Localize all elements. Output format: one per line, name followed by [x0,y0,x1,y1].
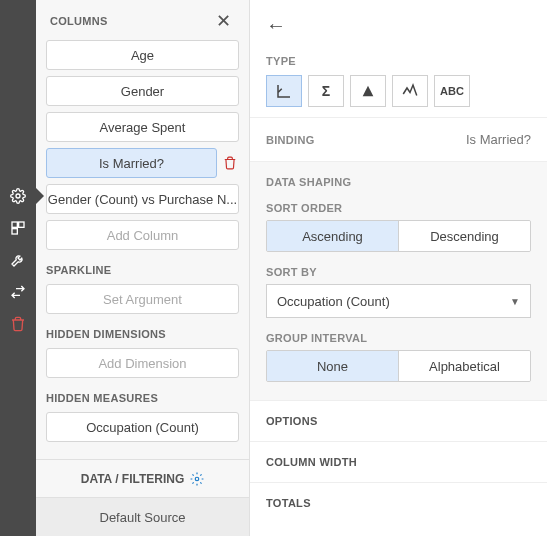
sparkline-title: SPARKLINE [46,264,239,276]
set-argument-button[interactable]: Set Argument [46,284,239,314]
column-item[interactable]: Average Spent [46,112,239,142]
sort-descending-button[interactable]: Descending [398,221,530,251]
data-shaping-title: DATA SHAPING [266,176,531,188]
column-item[interactable]: Gender [46,76,239,106]
delta-icon [360,83,376,99]
sort-by-select[interactable]: Occupation (Count) ▼ [266,284,531,318]
wrench-icon [10,252,26,268]
trash-icon [10,316,26,332]
type-delta-button[interactable] [350,75,386,107]
toolbar-layout[interactable] [0,212,36,244]
svg-point-0 [16,194,20,198]
svg-point-4 [196,477,200,481]
group-none-button[interactable]: None [267,351,398,381]
layout-icon [10,220,26,236]
detail-panel: ← TYPE Σ ABC BINDING Is Married? [250,0,547,536]
accordion-options[interactable]: OPTIONS [250,400,547,441]
close-icon[interactable]: ✕ [212,10,235,32]
left-toolbar [0,0,36,536]
hidden-measures-title: HIDDEN MEASURES [46,392,239,404]
sort-by-label: SORT BY [266,266,531,278]
svg-rect-1 [12,222,17,227]
binding-value: Is Married? [466,132,531,147]
sort-order-toggle: Ascending Descending [266,220,531,252]
gear-icon [10,188,26,204]
type-dimension-button[interactable] [266,75,302,107]
accordion-column-width[interactable]: COLUMN WIDTH [250,441,547,482]
toolbar-wrench[interactable] [0,244,36,276]
sort-ascending-button[interactable]: Ascending [267,221,398,251]
sigma-icon: Σ [322,83,330,99]
group-interval-toggle: None Alphabetical [266,350,531,382]
default-source[interactable]: Default Source [36,498,249,536]
group-alphabetical-button[interactable]: Alphabetical [398,351,530,381]
hidden-dimensions-title: HIDDEN DIMENSIONS [46,328,239,340]
swap-icon [10,284,26,300]
column-item[interactable]: Gender (Count) vs Purchase N... [46,184,239,214]
data-filtering-label: DATA / FILTERING [81,472,185,486]
binding-row[interactable]: BINDING Is Married? [250,117,547,162]
column-item[interactable]: Age [46,40,239,70]
sort-by-value: Occupation (Count) [277,294,390,309]
toolbar-trash[interactable] [0,308,36,340]
hidden-measure-item[interactable]: Occupation (Count) [46,412,239,442]
add-dimension-button[interactable]: Add Dimension [46,348,239,378]
column-item-selected[interactable]: Is Married? [46,148,217,178]
data-filtering-button[interactable]: DATA / FILTERING [36,460,249,498]
spark-icon [401,82,419,100]
add-column-button[interactable]: Add Column [46,220,239,250]
type-label: TYPE [266,55,531,67]
svg-rect-2 [19,222,24,227]
back-arrow-icon[interactable]: ← [266,14,286,37]
type-text-button[interactable]: ABC [434,75,470,107]
columns-panel: COLUMNS ✕ Age Gender Average Spent Is Ma… [36,0,250,536]
accordion-totals[interactable]: TOTALS [250,482,547,523]
gear-icon [190,472,204,486]
type-sparkline-button[interactable] [392,75,428,107]
columns-title: COLUMNS [50,15,108,27]
type-sigma-button[interactable]: Σ [308,75,344,107]
sort-order-label: SORT ORDER [266,202,531,214]
toolbar-swap[interactable] [0,276,36,308]
group-interval-label: GROUP INTERVAL [266,332,531,344]
dimension-icon [275,82,293,100]
delete-icon[interactable] [223,156,239,170]
abc-icon: ABC [440,85,464,97]
toolbar-gear[interactable] [0,180,36,212]
svg-rect-3 [12,229,17,234]
binding-label: BINDING [266,134,315,146]
chevron-down-icon: ▼ [510,296,520,307]
